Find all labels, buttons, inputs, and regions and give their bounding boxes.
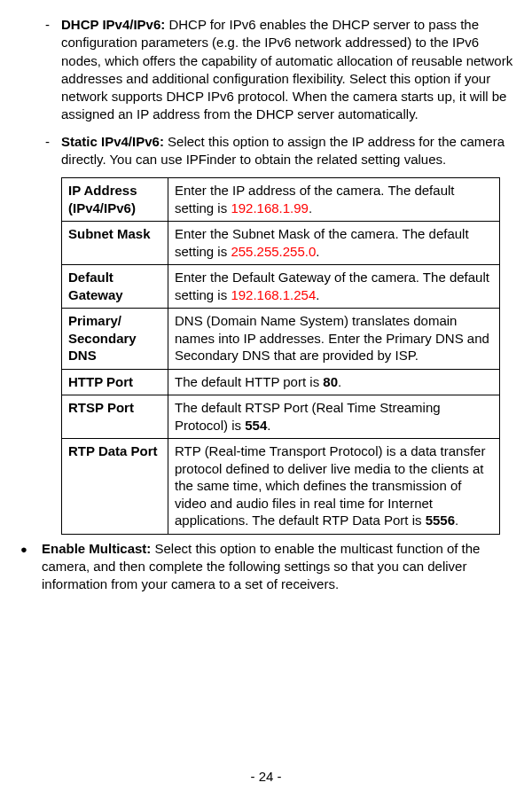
- ip-address-value: Enter the IP address of the camera. The …: [168, 178, 500, 222]
- rtsp-port-value: The default RTSP Port (Real Time Streami…: [168, 395, 500, 439]
- dhcp-body: DHCP IPv4/IPv6: DHCP for IPv6 enables th…: [61, 16, 518, 124]
- text: .: [338, 374, 341, 389]
- dash-marker: -: [45, 133, 61, 169]
- text: The default HTTP port is: [175, 374, 323, 389]
- rtp-port-value: RTP (Real-time Transport Protocol) is a …: [168, 439, 500, 535]
- default-value: 80: [323, 374, 338, 389]
- subnet-mask-label: Subnet Mask: [62, 222, 168, 265]
- text: .: [316, 244, 319, 259]
- table-row: RTSP Port The default RTSP Port (Real Ti…: [62, 395, 500, 439]
- text: Enter the IP address of the camera. The …: [175, 183, 454, 215]
- default-value: 255.255.255.0: [231, 244, 316, 259]
- http-port-value: The default HTTP port is 80.: [168, 369, 500, 395]
- table-row: RTP Data Port RTP (Real-time Transport P…: [62, 439, 500, 535]
- dhcp-title: DHCP IPv4/IPv6:: [61, 17, 165, 32]
- multicast-body: Enable Multicast: Select this option to …: [42, 540, 518, 594]
- default-value: 192.168.1.254: [231, 287, 316, 302]
- gateway-label: Default Gateway: [62, 265, 168, 309]
- text: .: [309, 200, 312, 215]
- dhcp-text: DHCP for IPv6 enables the DHCP server to…: [61, 17, 512, 121]
- dhcp-item: - DHCP IPv4/IPv6: DHCP for IPv6 enables …: [14, 16, 518, 124]
- text: Enter the Subnet Mask of the camera. The…: [175, 226, 469, 259]
- ip-address-label: IP Address (IPv4/IPv6): [62, 178, 168, 222]
- text: .: [455, 513, 458, 528]
- multicast-item: ● Enable Multicast: Select this option t…: [14, 540, 518, 594]
- text: Enter the Default Gateway of the camera.…: [175, 270, 489, 302]
- text: .: [267, 418, 270, 433]
- table-row: Subnet Mask Enter the Subnet Mask of the…: [62, 222, 500, 265]
- text: The default RTSP Port (Real Time Streami…: [175, 400, 441, 433]
- multicast-title: Enable Multicast:: [42, 541, 151, 556]
- bullet-marker: ●: [20, 540, 42, 594]
- static-item: - Static IPv4/IPv6: Select this option t…: [14, 133, 518, 169]
- rtsp-port-label: RTSP Port: [62, 395, 168, 439]
- settings-table: IP Address (IPv4/IPv6) Enter the IP addr…: [61, 177, 500, 535]
- table-row: HTTP Port The default HTTP port is 80.: [62, 369, 500, 395]
- dash-marker: -: [45, 16, 61, 124]
- table-row: Primary/ Secondary DNS DNS (Domain Name …: [62, 309, 500, 370]
- gateway-value: Enter the Default Gateway of the camera.…: [168, 265, 500, 309]
- text: .: [316, 287, 319, 302]
- default-value: 554: [245, 418, 267, 433]
- default-value: 192.168.1.99: [231, 200, 309, 215]
- subnet-mask-value: Enter the Subnet Mask of the camera. The…: [168, 222, 500, 265]
- dns-label: Primary/ Secondary DNS: [62, 309, 168, 370]
- dns-value: DNS (Domain Name System) translates doma…: [168, 309, 500, 370]
- rtp-port-label: RTP Data Port: [62, 439, 168, 535]
- default-value: 5556: [426, 513, 455, 528]
- http-port-label: HTTP Port: [62, 369, 168, 395]
- page-number: - 24 -: [0, 768, 532, 786]
- table-row: Default Gateway Enter the Default Gatewa…: [62, 265, 500, 309]
- static-title: Static IPv4/IPv6:: [61, 134, 164, 149]
- static-body: Static IPv4/IPv6: Select this option to …: [61, 133, 518, 169]
- table-row: IP Address (IPv4/IPv6) Enter the IP addr…: [62, 178, 500, 222]
